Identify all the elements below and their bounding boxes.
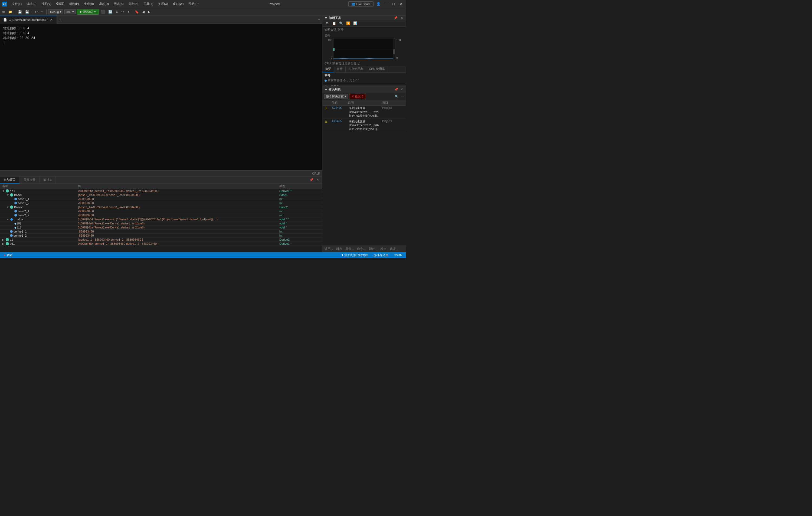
tab-close-button[interactable]: ✕ <box>49 18 53 22</box>
error-pin-button[interactable]: 📌 <box>394 87 399 92</box>
error-close-button[interactable]: ✕ <box>400 87 404 92</box>
var-row-base2[interactable]: ▼ Base2 {base2_1=-858993460 base2_2=-858… <box>0 205 322 209</box>
toolbar-save[interactable]: 💾 <box>17 9 23 15</box>
diag-settings-btn[interactable]: ⚙ <box>324 20 330 26</box>
menu-debug[interactable]: 调试(D) <box>97 1 111 6</box>
menu-git[interactable]: Git(G) <box>54 1 66 6</box>
diag-collapse-icon[interactable]: ▼ <box>324 16 327 20</box>
terminal-output[interactable]: 地址偏移：8 0 4 地址偏移：8 0 4 地址偏移：28 20 24 <box>0 24 322 170</box>
var-row-derive1-2[interactable]: ▶ derive1_2 -858993460 int <box>0 234 322 238</box>
var-row-vfptr-1[interactable]: ▶ ◆ [1] 0x007814ba {Project1.exe!Derive1… <box>0 226 322 230</box>
output-btn[interactable]: 输出 <box>381 247 386 251</box>
errors-btn[interactable]: 错误... <box>390 247 398 251</box>
expand-icon[interactable]: ▶ <box>2 242 5 245</box>
menu-build[interactable]: 生成(B) <box>82 1 96 6</box>
person-icon-btn[interactable]: 👤 <box>376 1 381 7</box>
breakpoints-btn[interactable]: 断点 <box>336 247 342 251</box>
error-expand-icon[interactable]: ▼ <box>324 88 327 91</box>
error-filter-dropdown[interactable]: 整个解决方案 ▾ <box>324 94 348 99</box>
toolbar-stop[interactable]: ⬛ <box>100 9 106 15</box>
error-row-1[interactable]: ⚠ C26495 未初始化变量 Derive1::derive1 1、始终初始化… <box>322 106 406 119</box>
diag-toolbar: ⚙ 📋 🔍 🔽 📊 <box>322 20 406 27</box>
menu-file[interactable]: 文件(F) <box>10 1 24 6</box>
var-row-d1-obj[interactable]: ▶ d1 {derive1_1=-858993460 derive1_2=-85… <box>0 238 322 242</box>
live-share-button[interactable]: 👥 Live Share <box>348 1 374 6</box>
error-more-btn[interactable]: ⋯ <box>400 94 404 99</box>
immediate-btn[interactable]: 即时... <box>369 247 377 251</box>
var-row-base1-1[interactable]: ▶ base1_1 -858993460 int <box>0 197 322 201</box>
menu-project[interactable]: 项目(P) <box>67 1 81 6</box>
expand-icon[interactable]: ▼ <box>6 218 9 221</box>
continue-button[interactable]: ▶ 继续(C) ▾ <box>77 9 99 15</box>
select-repo-btn[interactable]: 选择存储库 <box>372 253 389 257</box>
tab-locals[interactable]: 局部变量 <box>20 176 39 183</box>
toolbar-redo[interactable]: ↪ <box>40 9 45 15</box>
call-stack-btn[interactable]: 调用... <box>324 247 333 251</box>
toolbar-stepout[interactable]: ↑ <box>126 9 130 15</box>
var-row-vfptr[interactable]: ▼ 🔷 __vfptr 0x00789b34 {Project1.exe!voi… <box>0 218 322 222</box>
var-row-base1-2[interactable]: ▶ base1_2 -858993460 int <box>0 201 322 205</box>
toolbar-step[interactable]: ⬇ <box>115 9 119 15</box>
menu-test[interactable]: 测试(S) <box>112 1 126 6</box>
toolbar-new[interactable]: ⊕ <box>1 9 6 15</box>
diag-search-btn[interactable]: 🔍 <box>338 20 344 26</box>
command-btn[interactable]: 命令... <box>357 247 366 251</box>
var-row-d1[interactable]: ▼ &d1 0x00bef8f0 {derive1_1=-858993460 d… <box>0 189 322 193</box>
panel-pin-button[interactable]: 📌 <box>309 178 314 182</box>
new-tab-button[interactable]: + <box>57 16 63 24</box>
close-button[interactable]: ✕ <box>399 1 404 7</box>
var-row-vfptr-0[interactable]: ▶ ◆ [0] 0x007814a6 {Project1.exe!Derive1… <box>0 222 322 226</box>
expand-icon[interactable]: ▶ <box>2 238 5 241</box>
toolbar-stepover[interactable]: ↷ <box>120 9 125 15</box>
editor-tab[interactable]: 📄 C:\Users\Cmf\source\repos\P ✕ <box>0 16 57 24</box>
exceptions-btn[interactable]: 异常... <box>345 247 354 251</box>
expand-icon[interactable]: ▼ <box>6 206 9 209</box>
var-row-pd1[interactable]: ▶ pd1 0x00bef8f0 {derive1_1=-858993460 d… <box>0 242 322 246</box>
variables-table[interactable]: 名称 值 类型 ▼ &d1 0x00bef8f0 {derive1_1=-858… <box>0 183 322 252</box>
menu-window[interactable]: 窗口(W) <box>171 1 186 6</box>
toolbar-saveall[interactable]: 💾 <box>24 9 30 15</box>
var-row-base1[interactable]: ▼ Base1 {base1_1=-858993460 base1_2=-858… <box>0 193 322 197</box>
menu-view[interactable]: 视图(V) <box>39 1 54 6</box>
error-search-btn[interactable]: 🔍 <box>395 94 399 99</box>
maximize-button[interactable]: □ <box>391 1 396 7</box>
diag-filter-btn[interactable]: 🔽 <box>345 20 351 26</box>
debug-mode-dropdown[interactable]: Debug ▾ <box>48 9 63 15</box>
menu-analyze[interactable]: 分析(N) <box>126 1 141 6</box>
error-table[interactable]: ⚠ C26495 未初始化变量 Derive1::derive1 1、始终初始化… <box>322 106 406 246</box>
toolbar-nav-next[interactable]: ▶ <box>147 9 151 15</box>
diag-pin-button[interactable]: 📌 <box>394 16 398 20</box>
menu-extensions[interactable]: 扩展(X) <box>156 1 170 6</box>
diag-chart-btn[interactable]: 📊 <box>352 20 358 26</box>
diag-doc-btn[interactable]: 📋 <box>331 20 337 26</box>
add-source-control-btn[interactable]: ⬆ 添加到源代码管理 <box>340 253 369 257</box>
toolbar-undo[interactable]: ↩ <box>34 9 39 15</box>
status-error-indicator[interactable]: ● 就绪 <box>3 253 13 257</box>
var-row-base2-2[interactable]: ▶ base2_2 -858993460 int <box>0 213 322 218</box>
diag-tab-memory[interactable]: 内存使用率 <box>346 66 366 72</box>
error-count-badge[interactable]: ✕ 错误 0 <box>350 94 365 99</box>
svg-rect-0 <box>334 38 395 60</box>
var-row-base2-1[interactable]: ▶ base2_1 -858993460 int <box>0 209 322 213</box>
platform-dropdown[interactable]: x86 ▾ <box>64 9 76 15</box>
menu-tools[interactable]: 工具(T) <box>141 1 155 6</box>
toolbar-nav-prev[interactable]: ◀ <box>141 9 146 15</box>
diag-tab-summary[interactable]: 摘要 <box>322 66 334 72</box>
tab-scroll-arrows[interactable]: ▾ <box>316 18 322 21</box>
tab-auto-window[interactable]: 自动窗口 <box>0 176 20 183</box>
expand-icon[interactable]: ▼ <box>2 190 5 193</box>
var-row-derive1-1[interactable]: ▶ derive1_1 -858993460 int <box>0 230 322 234</box>
error-row-2[interactable]: ⚠ C26495 未初始化变量 Derive1::derive1 2、始终初始化… <box>322 119 406 132</box>
minimize-button[interactable]: — <box>383 1 389 7</box>
toolbar-bookmark[interactable]: 🔖 <box>134 9 140 15</box>
diag-close-button[interactable]: ✕ <box>400 16 404 20</box>
menu-edit[interactable]: 编辑(E) <box>24 1 39 6</box>
tab-watch-1[interactable]: 监视 1 <box>39 176 56 183</box>
diag-tab-events[interactable]: 事件 <box>334 66 346 72</box>
panel-close-button[interactable]: ✕ <box>315 178 320 182</box>
expand-icon[interactable]: ▼ <box>6 194 9 197</box>
toolbar-open[interactable]: 📁 <box>7 9 13 15</box>
menu-help[interactable]: 帮助(H) <box>186 1 201 6</box>
toolbar-restart[interactable]: 🔄 <box>107 9 113 15</box>
diag-tab-cpu[interactable]: CPU 使用率 <box>366 66 388 72</box>
